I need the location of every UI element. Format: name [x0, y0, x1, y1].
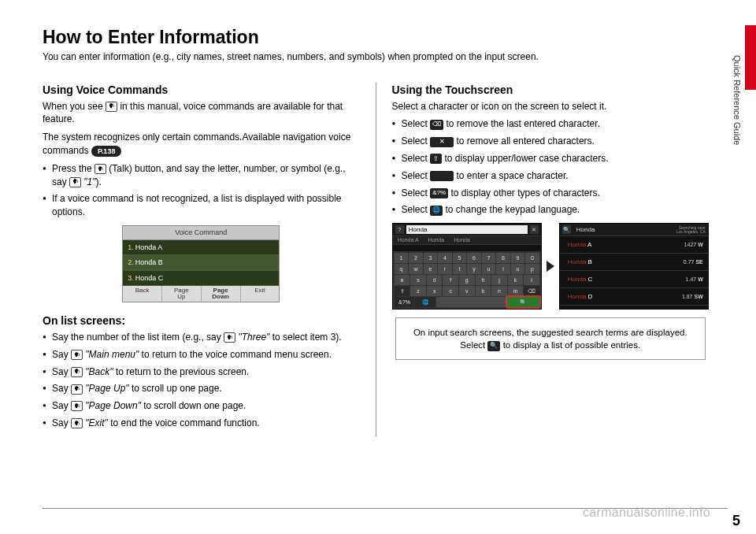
result-row: Honda A1427 W: [560, 236, 708, 254]
kb-key: 🌐: [415, 297, 435, 307]
kb-key: ⌫: [524, 286, 539, 296]
kb-key: t: [453, 264, 467, 274]
kb-key: 7: [482, 253, 496, 263]
kb-key: 3: [424, 253, 438, 263]
keyboard: 1234567890 qwertyuiop asdfghjkl ⇧zxcvbnm…: [393, 251, 541, 309]
kb-key: e: [424, 264, 438, 274]
backspace-icon: ⌫: [430, 120, 443, 130]
kb-key: q: [395, 264, 409, 274]
kb-key: &?%: [395, 297, 415, 307]
kb-key: 5: [453, 253, 467, 263]
heading-list: On list screens:: [43, 313, 360, 329]
page-number: 5: [732, 513, 740, 529]
talk-icon: 🗣: [69, 177, 81, 187]
vc-row: 3.Honda C: [123, 271, 279, 287]
kb-key: [436, 297, 506, 307]
list-bullet-1: Say the number of the list item (e.g., s…: [43, 331, 360, 344]
back-icon: ?: [395, 225, 404, 234]
search-icon: 🔍: [487, 341, 500, 351]
touchscreen-screenshots: ? Honda ✕ Honda A Honda Honda 1234567890…: [392, 223, 710, 310]
kb-key: h: [476, 275, 491, 285]
kb-key: x: [427, 286, 443, 296]
kb-key: p: [525, 264, 539, 274]
kb-key: y: [467, 264, 481, 274]
side-tab-label: Quick Reference Guide: [732, 55, 742, 145]
kb-key: 4: [438, 253, 452, 263]
page-intro: You can enter information (e.g., city na…: [43, 51, 709, 62]
left-column: Using Voice Commands When you see 🗣 in t…: [43, 83, 376, 436]
vc-foot-up: Page Up: [162, 286, 202, 302]
side-red-tab: [745, 25, 756, 90]
vc-row: 1.Honda A: [123, 240, 279, 256]
kb-key: 2: [409, 253, 423, 263]
list-bullet-6: Say 🗣 "Exit" to end the voice command fu…: [43, 417, 360, 430]
search-value: Honda: [573, 225, 674, 234]
kb-key: f: [443, 275, 458, 285]
list-bullet-4: Say 🗣 "Page Up" to scroll up one page.: [43, 382, 360, 395]
touch-para1: Select a character or icon on the screen…: [392, 100, 710, 113]
talk-icon: 🗣: [71, 418, 83, 428]
suggestion: Honda A: [398, 236, 419, 244]
list-bullet-5: Say 🗣 "Page Down" to scroll down one pag…: [43, 399, 360, 413]
talk-icon: 🗣: [71, 401, 83, 411]
search-icon: 🔍: [562, 225, 571, 234]
kb-key: 0: [525, 253, 539, 263]
kb-key: o: [511, 264, 525, 274]
kb-key: a: [395, 275, 410, 285]
vc-foot-down: Page Down: [202, 286, 241, 302]
right-column: Using the Touchscreen Select a character…: [376, 83, 710, 436]
location-label: Searching near Los Angeles, CA: [676, 226, 706, 234]
touch-bullet-6: Select 🌐 to change the keypad language.: [392, 203, 710, 217]
space-icon: [430, 171, 454, 181]
kb-key: k: [508, 275, 524, 285]
voice-para2: The system recognizes only certain comma…: [43, 131, 360, 158]
kb-key: z: [410, 286, 426, 296]
kb-key: d: [427, 275, 443, 285]
talk-icon: 🗣: [71, 367, 83, 377]
kb-key: ⇧: [395, 286, 410, 296]
kb-key: v: [459, 286, 475, 296]
suggestion: Honda: [454, 236, 470, 244]
vc-title: Voice Command: [123, 226, 279, 240]
talk-icon: 🗣: [224, 332, 235, 343]
list-bullet-3: Say 🗣 "Back" to return to the previous s…: [43, 365, 360, 379]
touch-bullet-2: Select ✕ to remove all entered character…: [392, 135, 710, 148]
kb-key: r: [438, 264, 452, 274]
kb-key: s: [410, 275, 426, 285]
voice-bullet-2: If a voice command is not recognized, a …: [43, 192, 360, 219]
kb-key: i: [496, 264, 510, 274]
kb-key: j: [491, 275, 507, 285]
shift-icon: ⇧: [430, 154, 442, 164]
touch-bullet-4: Select to enter a space character.: [392, 169, 710, 183]
page-title: How to Enter Information: [43, 27, 709, 48]
kb-key: 9: [511, 253, 525, 263]
kb-key: l: [524, 275, 539, 285]
touch-bullet-3: Select ⇧ to display upper/lower case cha…: [392, 152, 710, 165]
result-row: Honda D1.87 SW: [560, 288, 708, 306]
touchscreen-note: On input search screens, the suggested s…: [395, 317, 706, 360]
kb-key: c: [443, 286, 458, 296]
voice-bullet-1: Press the 🗣 (Talk) button, and say the l…: [43, 162, 360, 189]
clear-icon: ✕: [430, 137, 454, 147]
results-screenshot: 🔍 Honda Searching near Los Angeles, CA H…: [559, 223, 709, 310]
voice-para1: When you see 🗣 in this manual, voice com…: [43, 100, 360, 127]
kb-key: n: [491, 286, 507, 296]
vc-foot-exit: Exit: [241, 286, 280, 302]
suggestion: Honda: [428, 236, 445, 244]
clear-icon: ✕: [530, 225, 539, 234]
kb-key: b: [476, 286, 491, 296]
touch-bullet-1: Select ⌫ to remove the last entered char…: [392, 117, 710, 131]
watermark: carmanualsonline.info: [583, 506, 710, 520]
talk-icon: 🗣: [106, 102, 117, 112]
symbols-icon: &?%: [430, 188, 448, 198]
kb-key: m: [508, 286, 524, 296]
voice-command-screenshot: Voice Command 1.Honda A 2.Honda B 3.Hond…: [122, 225, 280, 302]
vc-foot-back: Back: [123, 286, 162, 302]
list-bullet-2: Say 🗣 "Main menu" to return to the voice…: [43, 348, 360, 362]
touch-bullet-5: Select &?% to display other types of cha…: [392, 187, 710, 200]
arrow-icon: [547, 261, 554, 272]
kb-key: 8: [496, 253, 510, 263]
page-ref-icon: P.138: [91, 146, 121, 158]
heading-voice: Using Voice Commands: [43, 83, 360, 98]
kb-search-key: 🔍: [507, 297, 539, 307]
